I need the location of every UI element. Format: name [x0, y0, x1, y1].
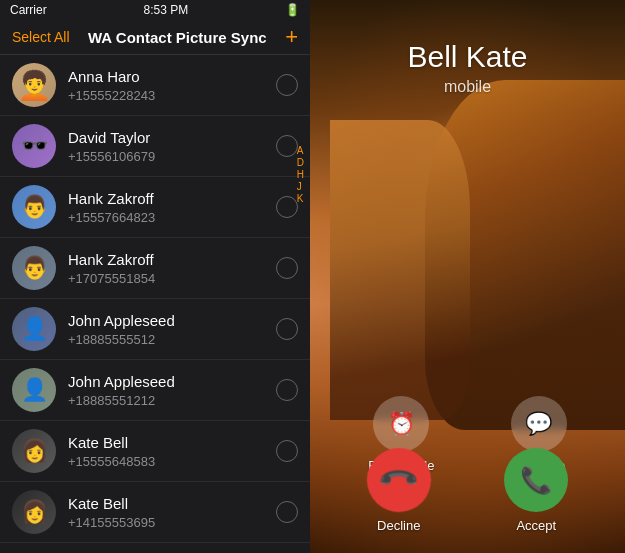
add-contact-button[interactable]: +: [285, 26, 298, 48]
contact-name: David Taylor: [68, 129, 268, 147]
contact-select-radio[interactable]: [276, 318, 298, 340]
contact-phone: +18885551212: [68, 393, 268, 408]
contact-name: Hank Zakroff: [68, 251, 268, 269]
call-answer-buttons: 📞 Decline 📞 Accept: [310, 448, 625, 533]
contact-phone: +15555228243: [68, 88, 268, 103]
carrier-label: Carrier: [10, 3, 47, 17]
index-letter-h[interactable]: H: [297, 170, 304, 180]
contact-name: John Appleseed: [68, 373, 268, 391]
avatar: 🧑‍🦱: [12, 63, 56, 107]
contact-phone: +15555648583: [68, 454, 268, 469]
contact-item[interactable]: 🧑‍🦱 Anna Haro +15555228243: [0, 55, 310, 116]
contact-info: Hank Zakroff +15557664823: [68, 190, 268, 225]
accept-call-item: 📞 Accept: [504, 448, 568, 533]
avatar: 👨: [12, 185, 56, 229]
contact-item[interactable]: 👩 Kate Bell +14155553695: [0, 482, 310, 543]
contacts-panel: Carrier 8:53 PM 🔋 Select All WA Contact …: [0, 0, 310, 553]
decline-button[interactable]: 📞: [353, 435, 444, 526]
contact-item[interactable]: 🕶️ David Taylor +15556106679: [0, 116, 310, 177]
contact-phone: +18885555512: [68, 332, 268, 347]
contact-name: John Appleseed: [68, 312, 268, 330]
index-letter-j[interactable]: J: [297, 182, 304, 192]
alarm-icon: ⏰: [388, 411, 415, 437]
caller-info: Bell Kate mobile: [310, 40, 625, 96]
contact-item[interactable]: 👨 Hank Zakroff +17075551854: [0, 238, 310, 299]
select-all-button[interactable]: Select All: [12, 29, 70, 45]
contact-item[interactable]: 👩 Kate Bell +15555648583: [0, 421, 310, 482]
contact-select-radio[interactable]: [276, 257, 298, 279]
avatar: 👤: [12, 368, 56, 412]
contact-phone: +15556106679: [68, 149, 268, 164]
hair-decoration-2: [330, 120, 470, 420]
contact-select-radio[interactable]: [276, 74, 298, 96]
contact-phone: +14155553695: [68, 515, 268, 530]
decline-label: Decline: [377, 518, 420, 533]
contact-name: Anna Haro: [68, 68, 268, 86]
index-letter-d[interactable]: D: [297, 158, 304, 168]
contact-item[interactable]: 👨 Hank Zakroff +15557664823: [0, 177, 310, 238]
accept-label: Accept: [516, 518, 556, 533]
contact-select-radio[interactable]: [276, 440, 298, 462]
contact-item[interactable]: 👤 John Appleseed +18885555512: [0, 299, 310, 360]
index-letter-a[interactable]: A: [297, 146, 304, 156]
contacts-header: Select All WA Contact Picture Sync +: [0, 20, 310, 55]
status-time: 8:53 PM: [143, 3, 188, 17]
status-bar: Carrier 8:53 PM 🔋: [0, 0, 310, 20]
remind-me-button[interactable]: ⏰: [373, 396, 429, 452]
contact-name: Kate Bell: [68, 495, 268, 513]
phone-decline-icon: 📞: [376, 458, 421, 503]
index-letter-k[interactable]: K: [297, 194, 304, 204]
contact-select-radio[interactable]: [276, 501, 298, 523]
phone-accept-icon: 📞: [520, 465, 552, 496]
avatar: 👩: [12, 429, 56, 473]
avatar: 🕶️: [12, 124, 56, 168]
decline-call-item: 📞 Decline: [367, 448, 431, 533]
avatar: 👤: [12, 307, 56, 351]
contact-phone: +15557664823: [68, 210, 268, 225]
contact-info: Anna Haro +15555228243: [68, 68, 268, 103]
contact-item[interactable]: 👤 John Appleseed +18885551212: [0, 360, 310, 421]
accept-button[interactable]: 📞: [504, 448, 568, 512]
header-title: WA Contact Picture Sync: [70, 29, 286, 46]
incoming-call-panel: Bell Kate mobile ⏰ Remind Me 💬 Message 📞…: [310, 0, 625, 553]
contact-info: Kate Bell +14155553695: [68, 495, 268, 530]
contact-info: John Appleseed +18885551212: [68, 373, 268, 408]
contact-phone: +17075551854: [68, 271, 268, 286]
contact-select-radio[interactable]: [276, 135, 298, 157]
caller-name: Bell Kate: [310, 40, 625, 74]
battery-icon: 🔋: [285, 3, 300, 17]
contacts-list: A D H J K 🧑‍🦱 Anna Haro +15555228243 🕶️ …: [0, 55, 310, 553]
alphabet-index[interactable]: A D H J K: [297, 146, 304, 204]
contact-info: David Taylor +15556106679: [68, 129, 268, 164]
contact-name: Hank Zakroff: [68, 190, 268, 208]
contact-info: Kate Bell +15555648583: [68, 434, 268, 469]
message-button[interactable]: 💬: [511, 396, 567, 452]
contact-name: Kate Bell: [68, 434, 268, 452]
contact-select-radio[interactable]: [276, 196, 298, 218]
avatar: 👩: [12, 490, 56, 534]
contact-select-radio[interactable]: [276, 379, 298, 401]
caller-label: mobile: [310, 78, 625, 96]
message-icon: 💬: [525, 411, 552, 437]
contact-info: John Appleseed +18885555512: [68, 312, 268, 347]
contact-info: Hank Zakroff +17075551854: [68, 251, 268, 286]
avatar: 👨: [12, 246, 56, 290]
